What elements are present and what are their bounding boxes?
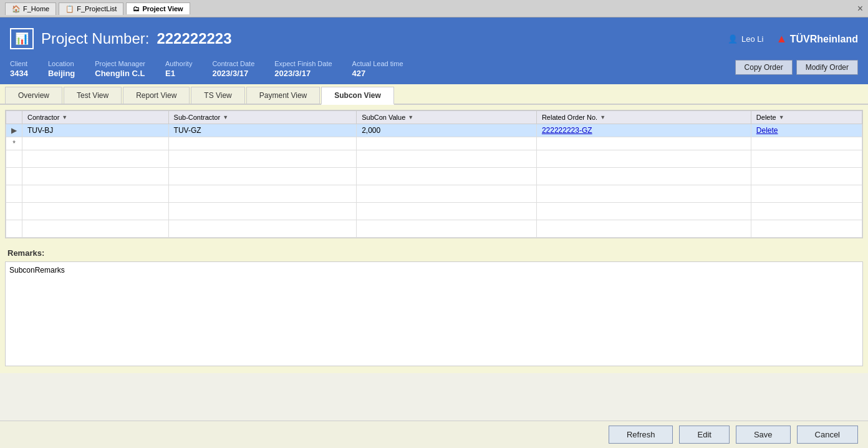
location-value: Beijing bbox=[48, 69, 75, 78]
cancel-button[interactable]: Cancel bbox=[797, 426, 858, 444]
cell-delete[interactable]: Delete bbox=[751, 124, 862, 137]
new-cell-related-order[interactable] bbox=[536, 137, 751, 150]
cell-sub-contractor[interactable]: TUV-GZ bbox=[168, 124, 357, 137]
client-field: Client 3434 bbox=[10, 60, 28, 78]
tab-report-view[interactable]: Report View bbox=[123, 87, 190, 104]
project-number: 222222223 bbox=[157, 30, 231, 47]
cell-subcon-value[interactable]: 2,000 bbox=[357, 124, 537, 137]
authority-value: E1 bbox=[165, 69, 192, 78]
expect-finish-field: Expect Finish Date 2023/3/17 bbox=[274, 60, 332, 78]
contract-date-label: Contract Date bbox=[212, 60, 254, 67]
main-content: Contractor ▼ Sub-Contractor ▼ SubCon Val… bbox=[0, 105, 868, 373]
col-delete-label: Delete bbox=[756, 114, 776, 121]
edit-button[interactable]: Edit bbox=[679, 426, 729, 444]
col-related-order[interactable]: Related Order No. ▼ bbox=[536, 111, 751, 124]
close-icon[interactable]: × bbox=[857, 3, 863, 14]
new-cell-contractor[interactable] bbox=[22, 137, 169, 150]
col-contractor-label: Contractor bbox=[27, 114, 59, 121]
row-selector: ▶ bbox=[6, 124, 22, 137]
related-order-link[interactable]: 222222223-GZ bbox=[542, 126, 592, 135]
empty-row bbox=[6, 150, 862, 168]
tuv-brand-text: TÜVRheinland bbox=[790, 34, 858, 44]
tab-payment-view[interactable]: Payment View bbox=[246, 87, 320, 104]
tuv-triangle-icon: ▲ bbox=[776, 32, 787, 45]
location-label: Location bbox=[48, 60, 75, 67]
col-related-order-arrow[interactable]: ▼ bbox=[600, 114, 605, 120]
cell-related-order[interactable]: 222222223-GZ bbox=[536, 124, 751, 137]
location-field: Location Beijing bbox=[48, 60, 75, 78]
tab-ts-view[interactable]: TS View bbox=[191, 87, 244, 104]
tab-f-home[interactable]: 🏠 F_Home bbox=[5, 2, 56, 15]
header-right: 👤 Leo Li ▲ TÜVRheinland bbox=[728, 32, 858, 46]
subcon-grid-container: Contractor ▼ Sub-Contractor ▼ SubCon Val… bbox=[5, 110, 863, 238]
user-icon: 👤 bbox=[728, 34, 738, 44]
col-sub-contractor-arrow[interactable]: ▼ bbox=[223, 114, 228, 120]
app-logo-box: 📊 bbox=[10, 28, 34, 49]
col-contractor[interactable]: Contractor ▼ bbox=[22, 111, 169, 124]
info-bar: Client 3434 Location Beijing Project Man… bbox=[0, 60, 868, 84]
table-icon: 🗂 bbox=[133, 5, 140, 12]
info-fields: Client 3434 Location Beijing Project Man… bbox=[10, 60, 403, 78]
user-info: 👤 Leo Li bbox=[728, 34, 763, 44]
app-logo-icon: 📊 bbox=[15, 32, 29, 46]
copy-order-button[interactable]: Copy Order bbox=[735, 60, 793, 75]
col-contractor-arrow[interactable]: ▼ bbox=[62, 114, 67, 120]
col-related-order-label: Related Order No. bbox=[542, 114, 597, 121]
expect-finish-label: Expect Finish Date bbox=[274, 60, 332, 67]
client-label: Client bbox=[10, 60, 28, 67]
table-row[interactable]: ▶ TUV-BJ TUV-GZ 2,000 222222223-GZ Delet… bbox=[6, 124, 862, 137]
nav-tabs: Overview Test View Report View TS View P… bbox=[0, 84, 868, 105]
client-value: 3434 bbox=[10, 69, 28, 78]
expect-finish-value: 2023/3/17 bbox=[274, 69, 332, 78]
subcon-grid: Contractor ▼ Sub-Contractor ▼ SubCon Val… bbox=[6, 110, 862, 238]
contract-date-field: Contract Date 2023/3/17 bbox=[212, 60, 254, 78]
project-label: Project Number: bbox=[41, 30, 149, 47]
new-cell-sub-contractor[interactable] bbox=[168, 137, 357, 150]
info-buttons: Copy Order Modify Order bbox=[735, 60, 858, 75]
col-subcon-value-arrow[interactable]: ▼ bbox=[408, 114, 413, 120]
project-manager-field: Project Manager Chenglin C.L bbox=[95, 60, 145, 78]
col-sub-contractor[interactable]: Sub-Contractor ▼ bbox=[168, 111, 357, 124]
tab-subcon-view[interactable]: Subcon View bbox=[321, 87, 393, 105]
new-cell-subcon-value[interactable] bbox=[357, 137, 537, 150]
list-icon: 📋 bbox=[65, 5, 74, 13]
modify-order-button[interactable]: Modify Order bbox=[796, 60, 858, 75]
col-delete[interactable]: Delete ▼ bbox=[751, 111, 862, 124]
new-row-indicator: * bbox=[6, 137, 22, 150]
col-delete-arrow[interactable]: ▼ bbox=[779, 114, 784, 120]
authority-field: Authority E1 bbox=[165, 60, 192, 78]
tab-project-view[interactable]: 🗂 Project View bbox=[126, 2, 190, 14]
new-cell-delete[interactable] bbox=[751, 137, 862, 150]
tab-overview[interactable]: Overview bbox=[5, 87, 62, 104]
col-subcon-value-label: SubCon Value bbox=[362, 114, 405, 121]
project-manager-label: Project Manager bbox=[95, 60, 145, 67]
row-indicator-header bbox=[6, 111, 22, 124]
delete-link[interactable]: Delete bbox=[756, 126, 778, 135]
header-bar: 📊 Project Number: 222222223 👤 Leo Li ▲ T… bbox=[0, 17, 868, 60]
empty-row bbox=[6, 185, 862, 203]
cell-contractor[interactable]: TUV-BJ bbox=[22, 124, 169, 137]
empty-row bbox=[6, 220, 862, 238]
empty-row bbox=[6, 168, 862, 185]
project-manager-value: Chenglin C.L bbox=[95, 69, 145, 78]
actual-lead-value: 427 bbox=[352, 69, 403, 78]
tab-test-view[interactable]: Test View bbox=[64, 87, 122, 104]
remarks-label: Remarks: bbox=[7, 248, 863, 258]
actual-lead-label: Actual Lead time bbox=[352, 60, 403, 67]
contract-date-value: 2023/3/17 bbox=[212, 69, 254, 78]
empty-row bbox=[6, 203, 862, 220]
save-button[interactable]: Save bbox=[736, 426, 791, 444]
title-bar: 🏠 F_Home 📋 F_ProjectList 🗂 Project View … bbox=[0, 0, 868, 17]
tuv-logo: ▲ TÜVRheinland bbox=[776, 32, 858, 46]
user-name: Leo Li bbox=[741, 34, 763, 44]
home-icon: 🏠 bbox=[12, 5, 21, 13]
refresh-button[interactable]: Refresh bbox=[609, 426, 673, 444]
tab-f-projectlist[interactable]: 📋 F_ProjectList bbox=[59, 2, 123, 15]
header-left: 📊 Project Number: 222222223 bbox=[10, 28, 232, 49]
col-sub-contractor-label: Sub-Contractor bbox=[174, 114, 221, 121]
col-subcon-value[interactable]: SubCon Value ▼ bbox=[357, 111, 537, 124]
new-row[interactable]: * bbox=[6, 137, 862, 150]
remarks-textarea[interactable] bbox=[5, 261, 863, 366]
footer: Refresh Edit Save Cancel bbox=[0, 421, 868, 448]
tab-f-projectlist-label: F_ProjectList bbox=[77, 5, 117, 12]
